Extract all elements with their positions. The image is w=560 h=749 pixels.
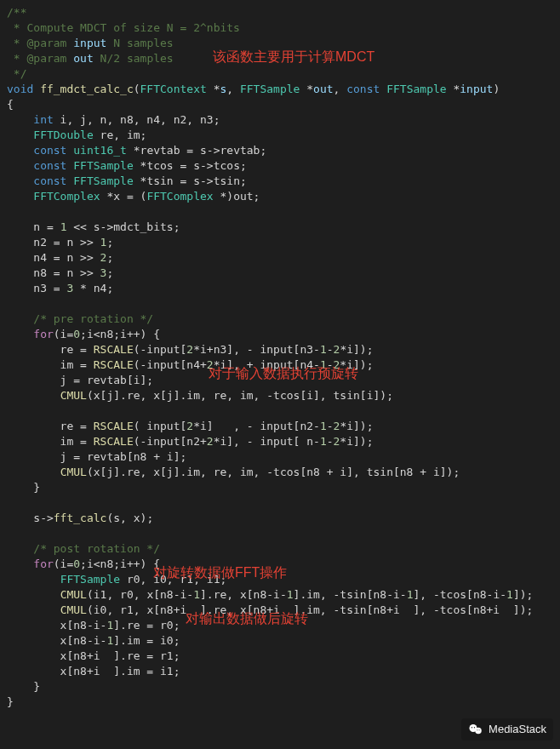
stmt: *i] , - input[n2- bbox=[193, 420, 320, 432]
function-name: ff_mdct_calc_c bbox=[40, 83, 134, 95]
stmt: (x[j].re, x[j].im, re, im, -tcos[n8 + i]… bbox=[87, 466, 460, 478]
for-head: (i= bbox=[54, 328, 73, 340]
space bbox=[380, 83, 386, 95]
punct: * bbox=[207, 83, 220, 95]
stmt: - bbox=[327, 435, 334, 448]
stmt: re = bbox=[7, 343, 94, 356]
macro: RSCALE bbox=[94, 435, 134, 448]
keyword-const: const bbox=[346, 83, 380, 95]
punct: , bbox=[226, 83, 240, 95]
punct: , bbox=[334, 83, 347, 95]
stmt: *i]); bbox=[340, 343, 373, 356]
macro: CMUL bbox=[60, 603, 87, 616]
stmt: (-input[n4+ bbox=[134, 358, 207, 371]
stmt: n4 = n >> bbox=[7, 251, 100, 264]
type: FFTContext bbox=[140, 83, 207, 95]
number: 1 bbox=[320, 343, 327, 356]
number: 2 bbox=[186, 420, 193, 432]
brace: } bbox=[7, 481, 40, 494]
number: 2 bbox=[186, 343, 193, 356]
stmt: ; bbox=[106, 251, 113, 264]
stmt bbox=[7, 389, 60, 402]
stmt: ]); bbox=[513, 588, 533, 601]
comment-line: /* post rotation */ bbox=[7, 542, 160, 555]
macro: RSCALE bbox=[94, 358, 134, 371]
stmt: ( input[ bbox=[134, 420, 187, 432]
svg-point-5 bbox=[479, 729, 480, 730]
type: FFTSample bbox=[240, 83, 300, 95]
comment-line: /** bbox=[7, 6, 26, 19]
var-decl: *tsin = s->tsin; bbox=[134, 174, 247, 187]
stmt bbox=[7, 603, 60, 616]
for-head: ;i<n8;i++) { bbox=[80, 557, 160, 570]
stmt: ].im = i0; bbox=[113, 634, 180, 647]
type: uint16_t bbox=[66, 144, 126, 157]
type: FFTSample bbox=[66, 159, 133, 172]
stmt: (-input[ bbox=[134, 343, 187, 356]
type: FFTSample bbox=[60, 573, 120, 586]
comment-line: N/2 samples bbox=[94, 52, 174, 65]
keyword-const: const bbox=[7, 159, 66, 172]
var-decl: *tcos = s->tcos; bbox=[134, 159, 247, 172]
stmt: (i0, r1, x[n8+i ].re, x[n8+i ].im, -tsin… bbox=[87, 603, 533, 616]
number: 1 bbox=[193, 588, 200, 601]
macro: RSCALE bbox=[94, 343, 134, 356]
stmt: (i1, r0, x[n8-i- bbox=[87, 588, 193, 601]
keyword-for: for bbox=[7, 328, 54, 340]
stmt: n2 = n >> bbox=[7, 236, 100, 249]
keyword-const: const bbox=[7, 174, 66, 187]
wechat-icon bbox=[468, 722, 483, 737]
annotation-2: 对于输入数据执行预旋转 bbox=[209, 366, 358, 381]
stmt: (s, x); bbox=[106, 512, 153, 524]
stmt: ].re = r0; bbox=[113, 619, 180, 632]
param: out bbox=[313, 83, 333, 95]
var-decl: *x = ( bbox=[100, 190, 147, 203]
stmt: - bbox=[327, 420, 334, 432]
keyword-void: void bbox=[7, 83, 33, 95]
annotation-3: 对旋转数据做FFT操作 bbox=[153, 565, 287, 580]
stmt: *i], - input[ n- bbox=[214, 435, 320, 448]
param-name: out bbox=[73, 52, 93, 65]
type: FFTDouble bbox=[7, 129, 94, 141]
number: 0 bbox=[73, 328, 80, 340]
macro: RSCALE bbox=[94, 420, 134, 432]
type: FFTSample bbox=[66, 174, 133, 187]
param: input bbox=[460, 83, 493, 95]
var-decl: i, j, n, n8, n4, n2, n3; bbox=[54, 113, 220, 126]
stmt: (-input[n2+ bbox=[134, 435, 207, 448]
number: 0 bbox=[73, 557, 80, 570]
macro: CMUL bbox=[60, 389, 87, 402]
number: 1 bbox=[506, 588, 513, 601]
stmt: x[n8+i ].im = i1; bbox=[7, 665, 180, 678]
stmt: re = bbox=[7, 420, 94, 432]
stmt: *i]); bbox=[340, 435, 373, 448]
macro: CMUL bbox=[60, 588, 87, 601]
annotation-4: 对输出数据做后旋转 bbox=[186, 611, 308, 626]
stmt: n3 = bbox=[7, 282, 66, 294]
stmt: x[n8-i- bbox=[7, 619, 106, 632]
stmt: j = revtab[i]; bbox=[7, 374, 153, 386]
brace: } bbox=[7, 680, 40, 693]
punct: * bbox=[300, 83, 313, 95]
param-name: input bbox=[73, 37, 106, 49]
svg-point-3 bbox=[474, 727, 475, 728]
stmt bbox=[7, 466, 60, 478]
stmt: im = bbox=[7, 358, 94, 371]
stmt: j = revtab[n8 + i]; bbox=[7, 450, 186, 463]
comment-line: * @param bbox=[7, 52, 73, 65]
brace: { bbox=[7, 98, 14, 111]
punct: * bbox=[447, 83, 460, 95]
var-decl: *)out; bbox=[214, 190, 260, 203]
type: FFTComplex bbox=[146, 190, 213, 203]
stmt: ].re, x[n8-i- bbox=[200, 588, 287, 601]
comment-line: * @param bbox=[7, 37, 73, 49]
svg-point-4 bbox=[477, 729, 477, 730]
stmt: n = bbox=[7, 220, 60, 233]
for-head: ;i<n8;i++) { bbox=[80, 328, 160, 340]
type: FFTComplex bbox=[7, 190, 100, 203]
punct: ) bbox=[493, 83, 500, 95]
stmt: x[n8+i ].re = r1; bbox=[7, 649, 180, 662]
svg-point-2 bbox=[471, 727, 472, 728]
comment-line: N samples bbox=[106, 37, 173, 49]
stmt: n8 = n >> bbox=[7, 266, 100, 279]
